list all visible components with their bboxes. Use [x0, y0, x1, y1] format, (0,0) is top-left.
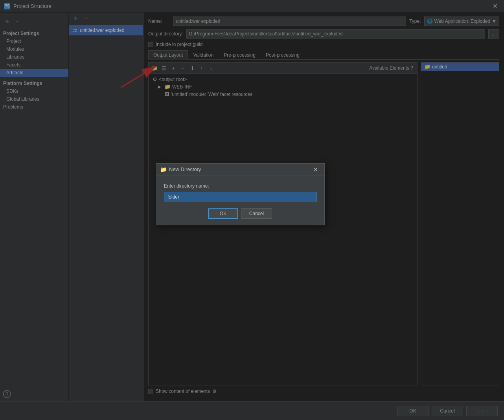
modal-body: Enter directory name: OK Cancel: [156, 175, 324, 225]
modal-title-bar: 📁 New Directory ✕: [156, 164, 324, 175]
modal-prompt-label: Enter directory name:: [164, 183, 316, 189]
modal-ok-button[interactable]: OK: [208, 208, 238, 219]
modal-title-icon: 📁: [160, 166, 167, 173]
directory-name-input[interactable]: [164, 192, 316, 202]
modal-title-text: New Directory: [169, 166, 201, 172]
modal-title-left: 📁 New Directory: [160, 166, 201, 173]
new-directory-modal: 📁 New Directory ✕ Enter directory name: …: [156, 163, 325, 225]
modal-cancel-button[interactable]: Cancel: [241, 208, 272, 219]
modal-buttons: OK Cancel: [164, 208, 316, 219]
modal-close-button[interactable]: ✕: [311, 166, 320, 173]
modal-overlay: 📁 New Directory ✕ Enter directory name: …: [0, 0, 504, 420]
